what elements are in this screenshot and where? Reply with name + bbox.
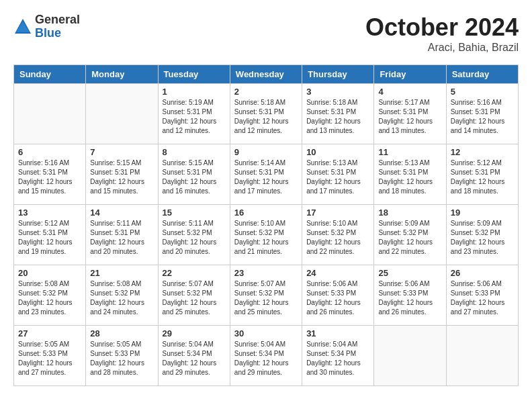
table-row: 11Sunrise: 5:13 AM Sunset: 5:31 PM Dayli… (374, 144, 446, 205)
location-title: Araci, Bahia, Brazil (365, 42, 519, 54)
table-row: 27Sunrise: 5:05 AM Sunset: 5:33 PM Dayli… (14, 326, 86, 386)
day-number: 19 (451, 208, 514, 218)
col-saturday: Saturday (446, 65, 518, 84)
table-row: 2Sunrise: 5:18 AM Sunset: 5:31 PM Daylig… (230, 84, 302, 144)
day-detail: Sunrise: 5:16 AM Sunset: 5:31 PM Dayligh… (451, 98, 514, 136)
table-row: 26Sunrise: 5:06 AM Sunset: 5:33 PM Dayli… (446, 265, 518, 326)
day-number: 15 (163, 208, 226, 218)
day-number: 13 (18, 208, 81, 218)
day-detail: Sunrise: 5:12 AM Sunset: 5:31 PM Dayligh… (451, 158, 514, 196)
day-number: 7 (90, 147, 153, 157)
day-number: 9 (234, 147, 298, 157)
day-detail: Sunrise: 5:18 AM Sunset: 5:31 PM Dayligh… (234, 98, 298, 136)
day-number: 22 (163, 268, 226, 278)
table-row: 25Sunrise: 5:06 AM Sunset: 5:33 PM Dayli… (374, 265, 446, 326)
day-detail: Sunrise: 5:05 AM Sunset: 5:33 PM Dayligh… (18, 340, 81, 377)
table-row: 21Sunrise: 5:08 AM Sunset: 5:32 PM Dayli… (86, 265, 158, 326)
day-detail: Sunrise: 5:08 AM Sunset: 5:32 PM Dayligh… (18, 279, 81, 317)
day-detail: Sunrise: 5:13 AM Sunset: 5:31 PM Dayligh… (378, 158, 441, 196)
day-number: 10 (306, 147, 369, 157)
day-detail: Sunrise: 5:04 AM Sunset: 5:34 PM Dayligh… (163, 340, 226, 377)
col-friday: Friday (374, 65, 446, 84)
col-wednesday: Wednesday (230, 65, 302, 84)
table-row: 28Sunrise: 5:05 AM Sunset: 5:33 PM Dayli… (86, 326, 158, 386)
table-row: 29Sunrise: 5:04 AM Sunset: 5:34 PM Dayli… (158, 326, 230, 386)
day-number: 16 (234, 208, 298, 218)
day-number: 1 (163, 87, 226, 97)
day-detail: Sunrise: 5:11 AM Sunset: 5:32 PM Dayligh… (163, 219, 226, 257)
table-row: 1Sunrise: 5:19 AM Sunset: 5:31 PM Daylig… (158, 84, 230, 144)
day-detail: Sunrise: 5:17 AM Sunset: 5:31 PM Dayligh… (378, 98, 441, 136)
table-row: 3Sunrise: 5:18 AM Sunset: 5:31 PM Daylig… (302, 84, 374, 144)
day-number: 24 (306, 268, 369, 278)
calendar-week-row: 1Sunrise: 5:19 AM Sunset: 5:31 PM Daylig… (14, 84, 519, 144)
day-number: 25 (378, 268, 441, 278)
table-row: 24Sunrise: 5:06 AM Sunset: 5:33 PM Dayli… (302, 265, 374, 326)
day-number: 18 (378, 208, 441, 218)
col-monday: Monday (86, 65, 158, 84)
day-detail: Sunrise: 5:16 AM Sunset: 5:31 PM Dayligh… (18, 158, 81, 196)
table-row (446, 326, 518, 386)
logo: General Blue (13, 13, 80, 40)
table-row: 17Sunrise: 5:10 AM Sunset: 5:32 PM Dayli… (302, 205, 374, 265)
table-row: 9Sunrise: 5:14 AM Sunset: 5:31 PM Daylig… (230, 144, 302, 205)
table-row: 23Sunrise: 5:07 AM Sunset: 5:32 PM Dayli… (230, 265, 302, 326)
day-detail: Sunrise: 5:08 AM Sunset: 5:32 PM Dayligh… (90, 279, 153, 317)
day-detail: Sunrise: 5:09 AM Sunset: 5:32 PM Dayligh… (451, 219, 514, 257)
table-row: 16Sunrise: 5:10 AM Sunset: 5:32 PM Dayli… (230, 205, 302, 265)
day-detail: Sunrise: 5:15 AM Sunset: 5:31 PM Dayligh… (163, 158, 226, 196)
calendar-week-row: 6Sunrise: 5:16 AM Sunset: 5:31 PM Daylig… (14, 144, 519, 205)
table-row: 8Sunrise: 5:15 AM Sunset: 5:31 PM Daylig… (158, 144, 230, 205)
day-detail: Sunrise: 5:10 AM Sunset: 5:32 PM Dayligh… (234, 219, 298, 257)
day-detail: Sunrise: 5:12 AM Sunset: 5:31 PM Dayligh… (18, 219, 81, 257)
calendar-week-row: 13Sunrise: 5:12 AM Sunset: 5:31 PM Dayli… (14, 205, 519, 265)
table-row: 22Sunrise: 5:07 AM Sunset: 5:32 PM Dayli… (158, 265, 230, 326)
day-detail: Sunrise: 5:04 AM Sunset: 5:34 PM Dayligh… (306, 340, 369, 377)
logo-icon (13, 17, 32, 36)
day-detail: Sunrise: 5:14 AM Sunset: 5:31 PM Dayligh… (234, 158, 298, 196)
table-row: 19Sunrise: 5:09 AM Sunset: 5:32 PM Dayli… (446, 205, 518, 265)
day-detail: Sunrise: 5:18 AM Sunset: 5:31 PM Dayligh… (306, 98, 369, 136)
table-row: 18Sunrise: 5:09 AM Sunset: 5:32 PM Dayli… (374, 205, 446, 265)
day-number: 5 (451, 87, 514, 97)
calendar-week-row: 20Sunrise: 5:08 AM Sunset: 5:32 PM Dayli… (14, 265, 519, 326)
day-detail: Sunrise: 5:05 AM Sunset: 5:33 PM Dayligh… (90, 340, 153, 377)
day-number: 23 (234, 268, 298, 278)
day-number: 14 (90, 208, 153, 218)
table-row: 20Sunrise: 5:08 AM Sunset: 5:32 PM Dayli… (14, 265, 86, 326)
table-row: 4Sunrise: 5:17 AM Sunset: 5:31 PM Daylig… (374, 84, 446, 144)
table-row (374, 326, 446, 386)
col-thursday: Thursday (302, 65, 374, 84)
day-detail: Sunrise: 5:13 AM Sunset: 5:31 PM Dayligh… (306, 158, 369, 196)
col-tuesday: Tuesday (158, 65, 230, 84)
day-detail: Sunrise: 5:06 AM Sunset: 5:33 PM Dayligh… (378, 279, 441, 317)
day-number: 30 (234, 328, 298, 338)
table-row: 12Sunrise: 5:12 AM Sunset: 5:31 PM Dayli… (446, 144, 518, 205)
day-number: 4 (378, 87, 441, 97)
day-number: 29 (163, 328, 226, 338)
day-number: 3 (306, 87, 369, 97)
calendar-header-row: Sunday Monday Tuesday Wednesday Thursday… (14, 65, 519, 84)
title-block: October 2024 Araci, Bahia, Brazil (365, 13, 519, 54)
day-number: 17 (306, 208, 369, 218)
svg-marker-1 (16, 21, 30, 32)
table-row: 14Sunrise: 5:11 AM Sunset: 5:31 PM Dayli… (86, 205, 158, 265)
day-detail: Sunrise: 5:10 AM Sunset: 5:32 PM Dayligh… (306, 219, 369, 257)
month-title: October 2024 (365, 13, 519, 42)
table-row: 10Sunrise: 5:13 AM Sunset: 5:31 PM Dayli… (302, 144, 374, 205)
day-detail: Sunrise: 5:07 AM Sunset: 5:32 PM Dayligh… (234, 279, 298, 317)
day-number: 12 (451, 147, 514, 157)
calendar-week-row: 27Sunrise: 5:05 AM Sunset: 5:33 PM Dayli… (14, 326, 519, 386)
table-row: 5Sunrise: 5:16 AM Sunset: 5:31 PM Daylig… (446, 84, 518, 144)
logo-blue-text: Blue (35, 27, 80, 40)
day-number: 28 (90, 328, 153, 338)
logo-general-text: General (35, 13, 80, 27)
table-row: 31Sunrise: 5:04 AM Sunset: 5:34 PM Dayli… (302, 326, 374, 386)
day-detail: Sunrise: 5:15 AM Sunset: 5:31 PM Dayligh… (90, 158, 153, 196)
day-number: 20 (18, 268, 81, 278)
day-detail: Sunrise: 5:07 AM Sunset: 5:32 PM Dayligh… (163, 279, 226, 317)
day-number: 27 (18, 328, 81, 338)
day-detail: Sunrise: 5:09 AM Sunset: 5:32 PM Dayligh… (378, 219, 441, 257)
day-detail: Sunrise: 5:19 AM Sunset: 5:31 PM Dayligh… (163, 98, 226, 136)
table-row (14, 84, 86, 144)
